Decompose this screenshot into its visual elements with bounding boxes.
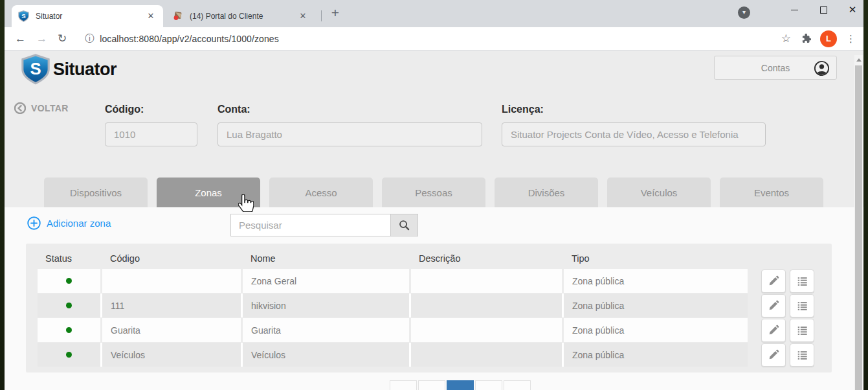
add-zone-label: Adicionar zona	[47, 218, 111, 229]
row-actions	[761, 343, 814, 367]
browser-tab-portal[interactable]: (14) Portal do Cliente ✕	[166, 5, 315, 27]
app-brand: Situator	[21, 54, 117, 85]
window-minimize-button[interactable]	[780, 0, 808, 19]
row-actions	[761, 318, 814, 342]
browser-tab-situator[interactable]: Situator ✕	[12, 5, 163, 27]
site-info-icon[interactable]: ⓘ	[85, 33, 94, 45]
cell-status	[38, 293, 100, 317]
license-field-group: Licença:	[502, 104, 766, 146]
situator-app: Situator Contas VOLTAR Código: Conta:	[5, 51, 863, 390]
accounts-button[interactable]: Contas	[714, 56, 837, 80]
forward-icon[interactable]: →	[36, 32, 47, 45]
reload-icon[interactable]: ↻	[58, 32, 67, 45]
zone-details-button[interactable]	[790, 319, 814, 342]
edit-pencil-icon	[768, 300, 779, 312]
search-group	[230, 214, 418, 236]
zone-list-icon	[796, 275, 808, 287]
search-input[interactable]	[230, 214, 391, 236]
cell-nome: Zona Geral	[243, 269, 409, 293]
scrollbar-thumb[interactable]	[855, 65, 862, 390]
zone-details-button[interactable]	[790, 294, 814, 317]
extensions-puzzle-icon[interactable]	[800, 33, 811, 44]
browser-toolbar: ← → ↻ ⓘ localhost:8080/app/v2/accounts/1…	[5, 27, 863, 51]
tab-pessoas[interactable]: Pessoas	[382, 178, 485, 207]
code-field[interactable]	[105, 122, 197, 146]
tab-divisões[interactable]: Divisões	[495, 178, 598, 207]
bookmark-star-icon[interactable]: ☆	[781, 32, 791, 45]
address-bar-url[interactable]: localhost:8080/app/v2/accounts/1000/zone…	[100, 34, 279, 44]
back-link-label: VOLTAR	[31, 103, 69, 113]
tab-eventos[interactable]: Eventos	[720, 178, 823, 207]
edit-pencil-icon	[768, 325, 779, 336]
license-field[interactable]	[502, 122, 766, 146]
edit-pencil-icon	[768, 349, 779, 361]
tab-acesso[interactable]: Acesso	[269, 178, 373, 207]
cell-nome: Veículos	[243, 343, 409, 367]
zone-list-icon	[796, 349, 808, 361]
zone-details-button[interactable]	[790, 270, 814, 293]
license-label: Licença:	[502, 104, 766, 115]
tab-search-dropdown-icon[interactable]: ▾	[738, 6, 750, 19]
page-button-2[interactable]	[418, 380, 445, 390]
cell-descricao	[411, 269, 562, 293]
cell-codigo	[102, 269, 241, 293]
close-tab-icon[interactable]: ✕	[145, 10, 157, 22]
cell-tipo: Zona pública	[564, 269, 748, 293]
zones-table: StatusCódigoNomeDescriçãoTipo Zona Geral…	[26, 244, 832, 373]
account-label: Conta:	[217, 104, 482, 115]
close-tab-icon[interactable]: ✕	[297, 10, 309, 22]
situator-logo-icon	[21, 54, 50, 85]
edit-zone-button[interactable]	[761, 343, 786, 367]
tab-veículos[interactable]: Veículos	[607, 178, 711, 207]
edit-zone-button[interactable]	[761, 319, 786, 342]
section-tabs: DispositivosZonasAcessoPessoasDivisõesVe…	[44, 178, 823, 207]
back-link[interactable]: VOLTAR	[14, 102, 69, 114]
new-tab-button[interactable]: +	[326, 5, 344, 23]
scroll-up-icon[interactable]	[854, 55, 863, 65]
cell-status	[38, 343, 100, 367]
cell-codigo: Guarita	[102, 318, 241, 342]
pagination	[390, 380, 531, 390]
accounts-button-label: Contas	[761, 63, 790, 73]
back-circle-icon	[14, 102, 26, 114]
edit-zone-button[interactable]	[761, 270, 786, 293]
window-maximize-button[interactable]	[809, 0, 838, 19]
zone-details-button[interactable]	[790, 343, 814, 367]
column-header: Tipo	[564, 253, 748, 264]
tab-title: Situator	[36, 12, 145, 21]
tab-title: (14) Portal do Cliente	[190, 12, 297, 21]
page-button-4[interactable]	[475, 380, 502, 390]
page-button-3[interactable]	[447, 380, 474, 390]
page-button-1[interactable]	[390, 380, 417, 390]
tab-separator	[321, 10, 322, 21]
account-field[interactable]	[217, 122, 482, 146]
cell-codigo: 111	[102, 293, 241, 317]
code-label: Código:	[105, 104, 197, 115]
cell-status	[38, 269, 100, 293]
cell-descricao	[411, 343, 562, 367]
tab-dispositivos[interactable]: Dispositivos	[44, 178, 148, 207]
status-dot	[66, 278, 72, 284]
add-zone-button[interactable]: Adicionar zona	[27, 216, 111, 230]
edit-zone-button[interactable]	[761, 294, 786, 317]
page-scrollbar[interactable]	[854, 55, 863, 390]
page-button-5[interactable]	[504, 380, 531, 390]
profile-avatar[interactable]: L	[820, 30, 837, 47]
table-row: VeículosVeículosZona pública	[38, 343, 832, 367]
cell-descricao	[411, 318, 562, 342]
row-actions	[761, 293, 814, 317]
app-title: Situator	[53, 60, 117, 80]
code-field-group: Código:	[105, 104, 197, 146]
cell-nome: Guarita	[243, 318, 409, 342]
column-header: Nome	[243, 253, 409, 264]
column-header: Descrição	[411, 253, 562, 264]
cell-tipo: Zona pública	[564, 293, 748, 317]
mouse-cursor	[238, 194, 254, 214]
window-close-button[interactable]: ✕	[838, 0, 867, 19]
back-icon[interactable]: ←	[15, 32, 26, 45]
browser-menu-icon[interactable]: ⋮	[846, 33, 856, 45]
zone-list-icon	[796, 325, 808, 336]
search-button[interactable]	[391, 214, 418, 236]
account-circle-icon	[814, 60, 830, 76]
cell-codigo: Veículos	[102, 343, 241, 367]
